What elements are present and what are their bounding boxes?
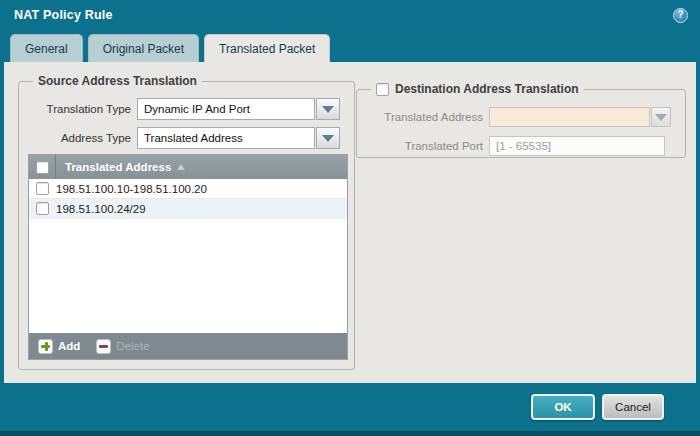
help-icon[interactable]: ? — [673, 8, 688, 23]
table-body: 198.51.100.10-198.51.100.20 198.51.100.2… — [29, 179, 347, 333]
cancel-button[interactable]: Cancel — [602, 394, 664, 420]
chevron-down-icon — [322, 135, 334, 142]
tab-original-packet[interactable]: Original Packet — [88, 34, 199, 62]
address-type-row: Address Type Translated Address — [27, 127, 348, 149]
table-row[interactable]: 198.51.100.10-198.51.100.20 — [29, 179, 347, 199]
tab-translated-packet[interactable]: Translated Packet — [204, 34, 330, 62]
delete-button: Delete — [96, 339, 149, 354]
translated-port-row: Translated Port — [365, 135, 679, 157]
destination-legend-label: Destination Address Translation — [395, 82, 579, 96]
dialog-title: NAT Policy Rule — [14, 8, 673, 22]
translation-type-label: Translation Type — [27, 103, 137, 115]
tab-content: Source Address Translation Translation T… — [4, 62, 696, 383]
translation-type-select[interactable]: Dynamic IP And Port — [137, 98, 315, 120]
address-cell: 198.51.100.10-198.51.100.20 — [56, 183, 207, 195]
translated-address-column-header[interactable]: Translated Address — [56, 161, 185, 173]
translated-address-row: Translated Address — [365, 106, 679, 128]
minus-icon — [96, 339, 111, 354]
translation-type-dropdown-button[interactable] — [316, 98, 340, 120]
title-bar: NAT Policy Rule ? — [0, 0, 700, 30]
address-cell: 198.51.100.24/29 — [56, 203, 146, 215]
table-toolbar: Add Delete — [29, 333, 347, 359]
source-address-translation-section: Source Address Translation Translation T… — [18, 74, 355, 370]
add-button[interactable]: Add — [38, 339, 80, 354]
chevron-down-icon — [655, 114, 667, 121]
destination-enable-checkbox[interactable] — [376, 83, 389, 96]
sort-ascending-icon — [177, 164, 185, 170]
source-legend-label: Source Address Translation — [38, 74, 197, 88]
destination-address-translation-section: Destination Address Translation Translat… — [356, 82, 686, 158]
table-header-row: Translated Address — [29, 155, 347, 179]
translated-port-label: Translated Port — [365, 140, 489, 152]
tab-bar: General Original Packet Translated Packe… — [0, 30, 700, 62]
translated-address-select-disabled — [489, 107, 650, 127]
address-type-label: Address Type — [27, 132, 137, 144]
address-type-select[interactable]: Translated Address — [137, 127, 315, 149]
select-all-checkbox[interactable] — [36, 161, 49, 174]
header-checkbox-cell — [29, 155, 56, 179]
translation-type-row: Translation Type Dynamic IP And Port — [27, 98, 348, 120]
nat-policy-rule-dialog: NAT Policy Rule ? General Original Packe… — [0, 0, 700, 436]
ok-button[interactable]: OK — [531, 394, 595, 420]
translated-address-table: Translated Address 198.51.100.10-198.51.… — [28, 154, 348, 360]
address-type-dropdown-button[interactable] — [316, 127, 340, 149]
row-checkbox[interactable] — [36, 182, 49, 195]
source-section-legend: Source Address Translation — [33, 74, 202, 88]
translated-address-label: Translated Address — [365, 111, 489, 123]
row-checkbox[interactable] — [36, 202, 49, 215]
translated-address-dropdown-button-disabled — [651, 107, 671, 127]
dialog-button-bar: OK Cancel — [0, 383, 700, 436]
destination-section-legend: Destination Address Translation — [371, 82, 584, 96]
table-row[interactable]: 198.51.100.24/29 — [29, 199, 347, 219]
translated-port-input-disabled — [489, 136, 665, 156]
tab-general[interactable]: General — [10, 34, 83, 62]
chevron-down-icon — [322, 106, 334, 113]
plus-icon — [38, 339, 53, 354]
